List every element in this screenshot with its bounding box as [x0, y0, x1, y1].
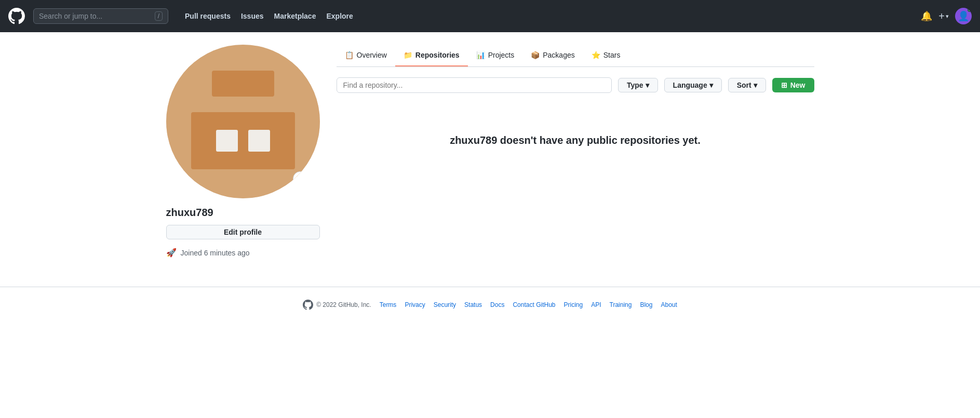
packages-icon: 📦	[531, 51, 540, 59]
repo-search-input[interactable]	[337, 77, 612, 93]
nav-explore[interactable]: Explore	[322, 9, 357, 23]
user-avatar[interactable]: 👤	[955, 8, 972, 24]
repo-filter-bar: Type ▾ Language ▾ Sort ▾ ⊞ New	[337, 77, 814, 93]
empty-state: zhuxu789 doesn't have any public reposit…	[337, 103, 814, 178]
chevron-down-icon: ▾	[946, 13, 949, 20]
footer-link-contact-github[interactable]: Contact GitHub	[513, 301, 555, 308]
edit-profile-button[interactable]: Edit profile	[166, 225, 320, 239]
footer-link-security[interactable]: Security	[434, 301, 456, 308]
footer-link-training[interactable]: Training	[610, 301, 632, 308]
footer-link-privacy[interactable]: Privacy	[405, 301, 425, 308]
stars-icon: ⭐	[592, 51, 600, 59]
footer: © 2022 GitHub, Inc. Terms Privacy Securi…	[0, 287, 980, 322]
type-chevron-icon: ▾	[646, 81, 649, 89]
joined-text: Joined 6 minutes ago	[181, 249, 250, 257]
tab-stars[interactable]: ⭐ Stars	[583, 45, 629, 66]
edit-avatar-button[interactable]: 😊	[293, 171, 307, 186]
rocket-icon: 🚀	[166, 248, 177, 258]
profile-tabs: 📋 Overview 📁 Repositories 📊 Projects 📦 P…	[337, 45, 814, 67]
notifications-icon[interactable]: 🔔	[921, 10, 932, 22]
profile-sidebar: 😊 zhuxu789 Edit profile 🚀 Joined 6 minut…	[166, 45, 320, 258]
tab-packages-label: Packages	[543, 51, 574, 59]
language-label: Language	[673, 81, 707, 89]
tab-packages[interactable]: 📦 Packages	[522, 45, 583, 66]
tab-overview[interactable]: 📋 Overview	[337, 45, 395, 66]
github-logo[interactable]	[8, 8, 25, 24]
avatar-body	[191, 112, 295, 169]
search-input[interactable]	[39, 12, 151, 20]
new-repo-label: New	[790, 81, 806, 89]
nav-marketplace[interactable]: Marketplace	[270, 9, 320, 23]
repo-icon: 📁	[404, 51, 412, 59]
footer-link-docs[interactable]: Docs	[490, 301, 504, 308]
type-filter-button[interactable]: Type ▾	[618, 78, 658, 92]
footer-link-api[interactable]: API	[591, 301, 601, 308]
avatar-eye-left	[216, 130, 238, 152]
new-repo-icon: ⊞	[781, 81, 787, 89]
avatar-eye-right	[248, 130, 270, 152]
notification-dot	[968, 8, 972, 12]
footer-link-blog[interactable]: Blog	[640, 301, 652, 308]
projects-icon: 📊	[476, 51, 485, 59]
tab-projects-label: Projects	[488, 51, 515, 59]
profile-username: zhuxu789	[166, 207, 320, 219]
sort-filter-button[interactable]: Sort ▾	[728, 78, 766, 92]
avatar-head	[212, 71, 274, 97]
plus-icon: +	[938, 10, 945, 22]
nav-links: Pull requests Issues Marketplace Explore	[181, 9, 357, 23]
footer-link-status[interactable]: Status	[464, 301, 482, 308]
footer-logo: © 2022 GitHub, Inc.	[303, 300, 371, 310]
tab-overview-label: Overview	[357, 51, 387, 59]
main-content: 📋 Overview 📁 Repositories 📊 Projects 📦 P…	[337, 45, 814, 258]
navbar: / Pull requests Issues Marketplace Explo…	[0, 0, 980, 32]
new-menu-button[interactable]: + ▾	[938, 10, 949, 22]
language-filter-button[interactable]: Language ▾	[664, 78, 722, 92]
search-box[interactable]: /	[33, 8, 168, 24]
sort-label: Sort	[737, 81, 751, 89]
footer-link-terms[interactable]: Terms	[380, 301, 397, 308]
kbd-slash: /	[155, 11, 163, 21]
tab-repositories-label: Repositories	[415, 51, 460, 59]
tab-stars-label: Stars	[603, 51, 621, 59]
footer-link-about[interactable]: About	[661, 301, 677, 308]
main-container: 😊 zhuxu789 Edit profile 🚀 Joined 6 minut…	[158, 32, 823, 270]
empty-state-message: zhuxu789 doesn't have any public reposit…	[347, 134, 804, 146]
tab-repositories[interactable]: 📁 Repositories	[395, 45, 468, 66]
overview-icon: 📋	[345, 51, 354, 59]
footer-copyright: © 2022 GitHub, Inc.	[316, 301, 371, 308]
tab-projects[interactable]: 📊 Projects	[468, 45, 523, 66]
sort-chevron-icon: ▾	[754, 81, 757, 89]
type-label: Type	[627, 81, 643, 89]
new-repo-button[interactable]: ⊞ New	[772, 78, 814, 92]
language-chevron-icon: ▾	[709, 81, 713, 89]
nav-pull-requests[interactable]: Pull requests	[181, 9, 235, 23]
avatar-container: 😊	[166, 45, 320, 198]
nav-issues[interactable]: Issues	[237, 9, 268, 23]
navbar-right: 🔔 + ▾ 👤	[921, 8, 972, 24]
footer-link-pricing[interactable]: Pricing	[564, 301, 583, 308]
joined-info: 🚀 Joined 6 minutes ago	[166, 248, 320, 258]
